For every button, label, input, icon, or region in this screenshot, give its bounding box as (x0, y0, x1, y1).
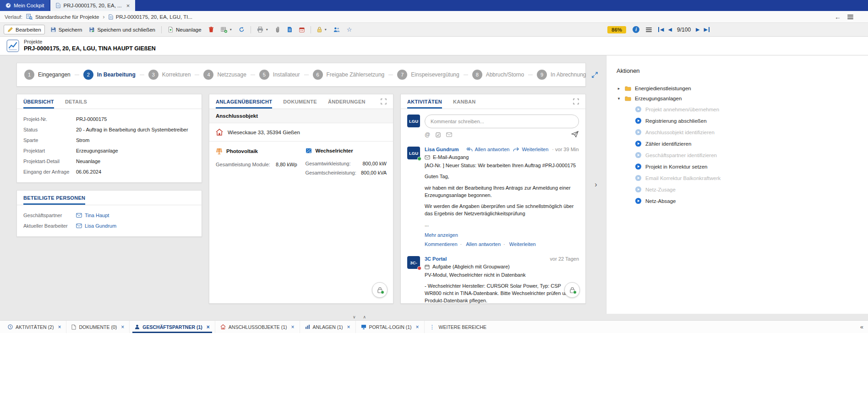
previous-record-button[interactable]: ◀ (668, 27, 672, 32)
attachment-button[interactable] (272, 25, 284, 34)
calendar-button[interactable] (296, 26, 308, 34)
step-eingegangen[interactable]: 1 Eingegangen (24, 70, 71, 80)
print-button[interactable]: ▾ (254, 25, 271, 34)
action-netz-absage[interactable]: Netz-Absage (617, 195, 859, 207)
activity-item-email[interactable]: LGU Lisa Gundrum (407, 142, 579, 251)
show-more-link[interactable]: Mehr anzeigen (425, 232, 579, 238)
tab-mein-cockpit[interactable]: Mein Cockpit (0, 0, 49, 11)
step-netzzusage[interactable]: 4 Netzzusage (203, 70, 246, 80)
bottom-tab-aktivitaeten[interactable]: AKTIVITÄTEN (2) × (3, 321, 66, 333)
tab-aktivitaeten[interactable]: AKTIVITÄTEN (407, 94, 442, 109)
comment-link[interactable]: Kommentieren (425, 241, 458, 247)
folder-energiedienstleistungen[interactable]: ▸ Energiedienstleistungen (617, 83, 859, 93)
close-icon[interactable]: × (416, 324, 419, 330)
action-zaehler-identifizieren[interactable]: Zähler identifizieren (617, 138, 859, 149)
bottom-tab-weitere-bereiche[interactable]: ⋮ WEITERE BEREICHE (425, 321, 491, 333)
activity-feed: LGU Lisa Gundrum (401, 141, 585, 303)
activity-type: Aufgabe (Abgleich mit Groupware) (425, 264, 579, 269)
fullscreen-icon[interactable] (573, 98, 579, 104)
forward-link[interactable]: Weiterleiten (501, 241, 536, 247)
step-abbruch-storno[interactable]: 8 Abbruch/Storno (472, 70, 524, 80)
collapse-up-icon[interactable]: ∧ (363, 314, 366, 320)
field-row: Geschäftspartner Tina Haupt (23, 210, 195, 220)
house-icon (220, 324, 226, 329)
tab-project-record[interactable]: PRJ-0000175, 20, EA, ... × (50, 0, 135, 11)
privacy-lock-button[interactable] (564, 282, 580, 298)
close-icon[interactable]: × (121, 324, 124, 330)
close-icon[interactable]: × (291, 324, 295, 330)
bottom-tab-anschlussobjekte[interactable]: ANSCHLUSSOBJEKTE (1) × (215, 321, 300, 333)
save-icon (50, 27, 56, 33)
report-document-button[interactable] (284, 25, 295, 34)
business-partner-link[interactable]: Tina Haupt (76, 213, 109, 218)
mention-icon[interactable]: @ (425, 131, 430, 138)
favorite-button[interactable]: ☆ (344, 25, 355, 34)
back-arrow-icon[interactable]: ← (835, 13, 841, 21)
close-icon[interactable]: × (126, 3, 130, 9)
current-editor-link[interactable]: Lisa Gundrum (76, 223, 116, 229)
step-einspeiseverguetung[interactable]: 7 Einspeisevergütung (397, 70, 459, 80)
bottom-tab-portal-login[interactable]: PORTAL-LOGIN (1) × (356, 321, 425, 333)
tab-kanban[interactable]: KANBAN (453, 94, 475, 109)
tab-aenderungen[interactable]: ÄNDERUNGEN (328, 94, 366, 109)
step-installateur[interactable]: 5 Installateur (259, 70, 300, 80)
close-icon[interactable]: × (207, 324, 210, 330)
folder-erzeugungsanlagen[interactable]: ▾ Erzeugungsanlagen (617, 93, 859, 104)
lock-button[interactable]: ▾ (314, 25, 330, 34)
bottom-tab-anlagen[interactable]: ANLAGEN (1) × (300, 321, 356, 333)
task-icon[interactable] (436, 132, 441, 137)
reply-all-link[interactable]: Allen antworten (466, 147, 510, 152)
close-icon[interactable]: × (58, 324, 61, 330)
contact-persons-button[interactable] (330, 25, 343, 34)
chevron-down-icon[interactable]: ▾ (617, 96, 621, 101)
save-and-close-button[interactable]: Speichern und schließen (86, 25, 158, 34)
author-link[interactable]: Lisa Gundrum (425, 147, 459, 152)
privacy-lock-button[interactable] (372, 282, 388, 298)
table-add-button[interactable]: ▾ (218, 25, 235, 34)
tab-details[interactable]: DETAILS (65, 94, 87, 109)
fullscreen-icon[interactable] (381, 98, 387, 104)
actions-title: Aktionen (617, 67, 859, 74)
breadcrumb-search[interactable]: Standardsuche für Projekte (26, 14, 99, 20)
bottom-tab-dokumente[interactable]: DOKUMENTE (0) × (66, 321, 130, 333)
step-korrekturen[interactable]: 3 Korrekturen (148, 70, 191, 80)
history-menu-icon[interactable] (847, 15, 853, 19)
delete-button[interactable] (205, 25, 217, 34)
step-in-abrechnung[interactable]: 9 In Abrechnung (537, 70, 586, 80)
comment-input[interactable] (425, 115, 579, 128)
expand-panel-chevron-icon[interactable]: › (595, 180, 597, 189)
author-link[interactable]: 3C Portal (425, 256, 447, 262)
forward-link[interactable]: Weiterleiten (513, 147, 548, 152)
send-icon[interactable] (571, 131, 579, 137)
edit-button[interactable]: Bearbeiten (4, 25, 45, 34)
new-record-button[interactable]: Neuanlage (164, 25, 205, 34)
chevron-right-icon[interactable]: ▸ (617, 86, 621, 91)
action-projekt-in-korrektur[interactable]: Projekt in Korrektur setzen (617, 161, 859, 172)
save-button[interactable]: Speichern (47, 25, 86, 34)
collapse-down-icon[interactable]: ∨ (353, 314, 356, 320)
tab-dokumente[interactable]: DOKUMENTE (283, 94, 317, 109)
breadcrumb-project[interactable]: PRJ-0000175, 20, EA, LGU, TI... (109, 14, 192, 20)
person-icon (135, 324, 140, 329)
info-icon[interactable]: i (633, 26, 639, 33)
step-freigabe-zaehlersetzung[interactable]: 6 Freigabe Zählersetzung (313, 70, 385, 80)
chevron-down-icon: ▾ (325, 27, 327, 32)
first-record-button[interactable]: ◀ (658, 27, 664, 32)
menu-icon[interactable] (646, 27, 652, 32)
tab-uebersicht[interactable]: ÜBERSICHT (23, 94, 54, 109)
connection-object-row[interactable]: Wieseckaue 33, 35394 Gießen (209, 123, 393, 142)
last-record-button[interactable]: ▶ (704, 27, 710, 32)
tab-beteiligte-personen[interactable]: BETEILIGTE PERSONEN (23, 191, 85, 205)
field-value: 06.06.2024 (76, 169, 101, 175)
tab-anlagenuebersicht[interactable]: ANLAGENÜBERSICHT (216, 94, 272, 109)
close-icon[interactable]: × (347, 324, 350, 330)
refresh-button[interactable] (235, 25, 248, 34)
bottom-tab-geschaeftspartner[interactable]: GESCHÄFTSPARTNER (1) × (130, 321, 215, 333)
collapse-left-icon[interactable]: « (860, 321, 863, 333)
next-record-button[interactable]: ▶ (696, 27, 699, 32)
action-registrierung-abschliessen[interactable]: Registrierung abschließen (617, 115, 859, 126)
reply-all-link[interactable]: Allen antworten (458, 241, 501, 247)
step-in-bearbeitung[interactable]: 2 In Bearbeitung (83, 70, 136, 80)
mail-icon[interactable] (446, 132, 452, 137)
activity-item-task[interactable]: 3C- 3C Portal vor 22 Tagen (407, 251, 579, 303)
